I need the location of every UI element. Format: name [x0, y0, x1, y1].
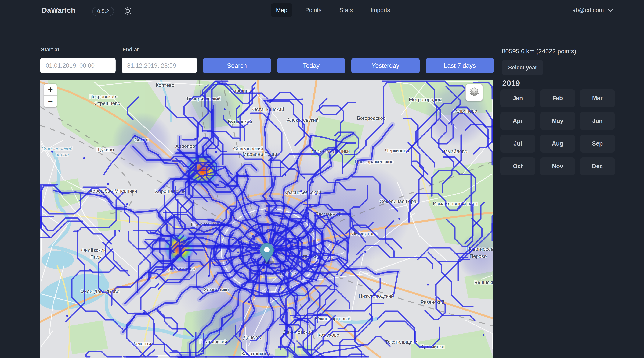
month-nov[interactable]: Nov — [540, 158, 575, 175]
search-button[interactable]: Search — [203, 58, 271, 73]
distance-summary: 80595.6 km (24622 points) — [502, 48, 576, 55]
tab-imports[interactable]: Imports — [366, 3, 395, 17]
tab-stats[interactable]: Stats — [334, 3, 358, 17]
end-at-input[interactable] — [122, 57, 197, 73]
map-canvas: МоскваКоптевоПокровское-СтрешневоТимиряз… — [40, 80, 493, 358]
month-oct[interactable]: Oct — [500, 158, 535, 175]
last-7-days-button[interactable]: Last 7 days — [426, 58, 494, 73]
svg-text:Филёвский: Филёвский — [81, 247, 106, 253]
month-apr[interactable]: Apr — [500, 112, 535, 130]
user-menu[interactable]: ab@cd.com — [572, 7, 613, 14]
sidebar-divider — [501, 181, 614, 181]
svg-text:Вешняки: Вешняки — [474, 279, 494, 285]
svg-text:Парк: Парк — [90, 254, 102, 260]
svg-text:Черкизово: Черкизово — [385, 148, 409, 154]
year-heading: 2019 — [502, 79, 520, 88]
svg-text:Савёловский: Савёловский — [233, 146, 264, 152]
layers-control[interactable] — [466, 84, 483, 101]
svg-text:Стрешнево: Стрешнево — [94, 100, 120, 106]
month-mar[interactable]: Mar — [580, 89, 615, 107]
map-zoom-control: + − — [44, 84, 57, 107]
month-jun[interactable]: Jun — [580, 112, 615, 130]
svg-text:Коптево: Коптево — [156, 82, 174, 88]
month-jan[interactable]: Jan — [500, 89, 535, 107]
svg-text:Перово: Перово — [470, 253, 487, 259]
app-logo[interactable]: DaWarIch — [42, 6, 76, 14]
select-year-button[interactable]: Select year — [502, 60, 543, 75]
today-button[interactable]: Today — [277, 58, 345, 73]
user-email: ab@cd.com — [572, 7, 604, 14]
month-grid: JanFebMarAprMayJunJulAugSepOctNovDec — [500, 89, 615, 175]
theme-toggle-sun-icon[interactable] — [123, 6, 133, 16]
month-sep[interactable]: Sep — [580, 135, 615, 153]
start-at-label: Start at — [41, 46, 59, 53]
month-may[interactable]: May — [540, 112, 575, 130]
month-jul[interactable]: Jul — [500, 135, 535, 153]
main-nav: MapPointsStatsImports — [271, 3, 395, 17]
start-at-input[interactable] — [40, 57, 116, 73]
tab-points[interactable]: Points — [300, 3, 326, 17]
zoom-out-button[interactable]: − — [44, 96, 57, 107]
month-aug[interactable]: Aug — [540, 135, 575, 153]
svg-text:Метрогородок: Метрогородок — [409, 97, 441, 102]
svg-text:Гольяново: Гольяново — [453, 108, 477, 114]
end-at-label: End at — [122, 46, 139, 53]
version-badge: 0.5.2 — [92, 7, 114, 16]
svg-text:залив: залив — [56, 152, 69, 158]
month-dec[interactable]: Dec — [580, 158, 615, 175]
svg-text:Текстильщики: Текстильщики — [385, 339, 418, 345]
zoom-in-button[interactable]: + — [44, 84, 57, 96]
sun-icon — [123, 6, 133, 16]
filter-buttons: SearchTodayYesterdayLast 7 days — [203, 58, 494, 73]
svg-text:Строгинский: Строгинский — [41, 146, 72, 152]
svg-text:Щукино: Щукино — [96, 147, 114, 152]
svg-text:Покровское-: Покровское- — [89, 94, 118, 99]
tab-map[interactable]: Map — [271, 3, 292, 17]
yesterday-button[interactable]: Yesterday — [352, 58, 420, 73]
layers-icon — [468, 86, 480, 99]
map[interactable]: МоскваКоптевоПокровское-СтрешневоТимиряз… — [40, 80, 493, 358]
app-window: DaWarIch 0.5.2 MapPointsStatsImports ab@… — [0, 0, 644, 358]
chevron-down-icon — [608, 8, 613, 12]
month-feb[interactable]: Feb — [540, 89, 575, 107]
svg-text:Богородское: Богородское — [357, 115, 386, 121]
